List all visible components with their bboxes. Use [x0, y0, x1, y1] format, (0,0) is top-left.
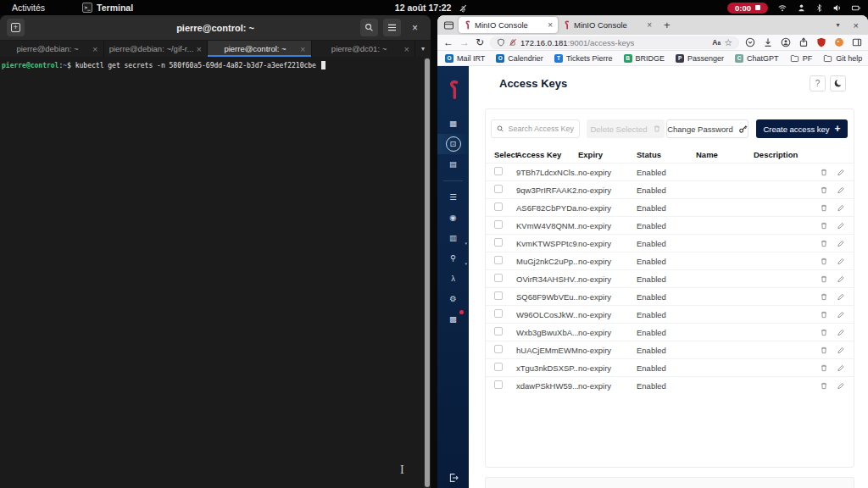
table-row[interactable]: xdawPSkHW59... no-expiry Enabled: [486, 376, 854, 394]
bookmark-pf[interactable]: PF: [790, 54, 813, 63]
edit-icon[interactable]: [837, 363, 845, 373]
tab-close-icon[interactable]: ×: [404, 44, 409, 54]
help-button[interactable]: ?: [810, 75, 826, 92]
url-bar[interactable]: 172.16.0.181:9001/access-keys Aa ☆: [490, 36, 739, 49]
delete-icon[interactable]: [820, 257, 828, 266]
delete-icon[interactable]: [820, 186, 828, 195]
edit-icon[interactable]: [837, 239, 845, 248]
edit-icon[interactable]: [837, 274, 845, 284]
search-input[interactable]: [509, 125, 574, 133]
row-checkbox[interactable]: [494, 238, 503, 247]
system-status-area[interactable]: 0:00: [727, 3, 861, 14]
tab-close-icon[interactable]: ×: [548, 20, 553, 30]
bookmark-bridge[interactable]: B BRIDGE: [624, 54, 665, 63]
edit-icon[interactable]: [837, 186, 845, 195]
bookmark-chatgpt[interactable]: C ChatGPT: [735, 54, 779, 63]
edit-icon[interactable]: [837, 203, 845, 213]
tab-close-icon[interactable]: ×: [647, 20, 652, 30]
sidebar-item-buckets[interactable]: ▦: [437, 114, 469, 134]
row-checkbox[interactable]: [494, 363, 503, 371]
scrollbar-thumb[interactable]: [425, 58, 430, 487]
row-checkbox[interactable]: [494, 220, 503, 229]
row-checkbox[interactable]: [494, 345, 503, 353]
clock-menu[interactable]: 12 août 17:22: [395, 3, 468, 13]
terminal-tab-debian-gif[interactable]: pierre@debian: ~/gif-r... ×: [104, 41, 209, 57]
terminal-tab-dc01[interactable]: pierre@dc01: ~ ×: [312, 41, 416, 57]
translate-icon[interactable]: Aa: [712, 38, 721, 47]
tab-close-icon[interactable]: ×: [300, 44, 305, 54]
terminal-tab-debian-home[interactable]: pierre@debian: ~ ×: [0, 41, 104, 57]
row-checkbox[interactable]: [494, 327, 503, 336]
account-icon[interactable]: [781, 37, 791, 47]
table-row[interactable]: 9qw3PrIRFAAK2... no-expiry Enabled: [486, 180, 854, 198]
terminal-screen[interactable]: pierre@control:~$ kubectl get secrets -n…: [0, 58, 431, 488]
edit-icon[interactable]: [837, 257, 845, 266]
sidebar-item-settings[interactable]: ⚙: [437, 289, 469, 309]
list-all-tabs-chevron-icon[interactable]: ▾: [837, 21, 840, 29]
delete-icon[interactable]: [820, 363, 828, 373]
share-icon[interactable]: [798, 37, 809, 47]
table-row[interactable]: 9TBh7LdcxNCls... no-expiry Enabled: [486, 163, 854, 180]
table-row[interactable]: AS6F82CbPYDa... no-expiry Enabled: [486, 198, 854, 216]
sidebar-toggle-icon[interactable]: [852, 37, 862, 47]
edit-icon[interactable]: [837, 168, 845, 177]
ublock-shield-icon[interactable]: [816, 37, 826, 47]
terminal-titlebar[interactable]: + pierre@control: ~ ×: [0, 15, 431, 41]
extension-icon[interactable]: [834, 37, 844, 47]
sidebar-item-events[interactable]: ◉: [437, 208, 469, 228]
activities-button[interactable]: Activités: [12, 3, 45, 13]
delete-selected-button[interactable]: Delete Selected: [587, 119, 665, 138]
tab-close-icon[interactable]: ×: [197, 44, 202, 54]
browser-tab-minio-1[interactable]: MinIO Console ×: [459, 17, 558, 33]
sidebar-item-access-keys[interactable]: ⊡: [437, 134, 469, 154]
sidebar-item-logout[interactable]: [437, 473, 469, 483]
shield-permissions-icon[interactable]: [497, 38, 505, 47]
new-tab-button[interactable]: +: [664, 19, 670, 31]
pocket-icon[interactable]: [745, 37, 755, 47]
sidebar-item-identity[interactable]: ▥ ▾: [437, 228, 469, 248]
edit-icon[interactable]: [837, 328, 845, 337]
delete-icon[interactable]: [820, 168, 828, 177]
bookmark-passenger[interactable]: P Passenger: [676, 54, 724, 63]
table-row[interactable]: Wxb3gBwuXbA... no-expiry Enabled: [486, 323, 854, 341]
row-checkbox[interactable]: [494, 291, 503, 300]
row-checkbox[interactable]: [494, 167, 503, 175]
delete-icon[interactable]: [820, 274, 828, 284]
browser-tab-minio-2[interactable]: MinIO Console ×: [558, 17, 657, 33]
delete-icon[interactable]: [820, 310, 828, 319]
downloads-icon[interactable]: [763, 37, 773, 47]
firefox-view-icon[interactable]: [443, 20, 454, 30]
focused-app-menu[interactable]: >_ Terminal: [82, 3, 133, 13]
row-checkbox[interactable]: [494, 274, 503, 282]
terminal-tab-control[interactable]: pierre@control: ~ ×: [208, 41, 312, 57]
sidebar-item-policies[interactable]: ▤: [437, 154, 469, 175]
sidebar-item-notifications-lambda[interactable]: λ: [437, 269, 469, 289]
table-row[interactable]: hUACjEMmEWM... no-expiry Enabled: [486, 341, 854, 358]
window-close-button[interactable]: ×: [854, 20, 859, 30]
table-row[interactable]: KvmKTWSPPtc9... no-expiry Enabled: [486, 234, 854, 252]
reload-button[interactable]: ↻: [476, 37, 484, 47]
edit-icon[interactable]: [837, 346, 845, 355]
table-row[interactable]: SQ68F9WbVEu... no-expiry Enabled: [486, 287, 854, 305]
bookmark-star-icon[interactable]: ☆: [724, 37, 732, 48]
forward-button[interactable]: →: [459, 37, 470, 47]
delete-icon[interactable]: [820, 203, 828, 213]
terminal-scrollbar[interactable]: [424, 58, 431, 488]
row-checkbox[interactable]: [494, 256, 503, 264]
row-checkbox[interactable]: [494, 380, 503, 389]
sidebar-item-license[interactable]: ▩: [437, 309, 469, 330]
table-row[interactable]: MuGj2nkC2uPp... no-expiry Enabled: [486, 252, 854, 269]
edit-icon[interactable]: [837, 221, 845, 230]
delete-icon[interactable]: [820, 328, 828, 337]
row-checkbox[interactable]: [494, 202, 503, 211]
back-button[interactable]: ←: [443, 37, 453, 47]
delete-icon[interactable]: [820, 381, 828, 391]
change-password-button[interactable]: Change Password: [666, 119, 748, 138]
delete-icon[interactable]: [820, 292, 828, 302]
bookmark-calendrier[interactable]: O Calendrier: [496, 54, 543, 63]
delete-icon[interactable]: [820, 221, 828, 230]
bookmark-tickets-pierre[interactable]: T Tickets Pierre: [554, 54, 613, 63]
delete-icon[interactable]: [820, 239, 828, 248]
table-row[interactable]: OVirR34AHSHV... no-expiry Enabled: [486, 269, 854, 287]
tab-list-chevron-icon[interactable]: ▾: [415, 41, 431, 57]
